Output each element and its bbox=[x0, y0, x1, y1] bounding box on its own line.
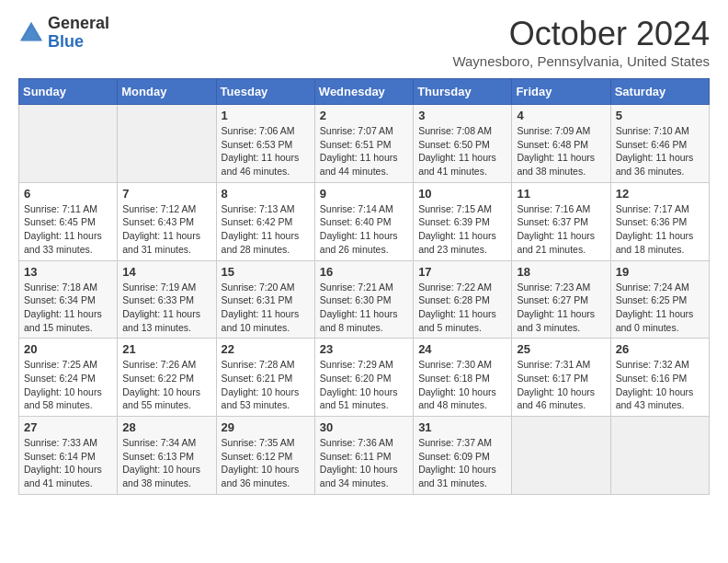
day-number: 25 bbox=[517, 342, 605, 356]
day-cell: 27Sunrise: 7:33 AM Sunset: 6:14 PM Dayli… bbox=[19, 417, 118, 495]
logo-blue: Blue bbox=[48, 33, 109, 52]
day-info: Sunrise: 7:21 AM Sunset: 6:30 PM Dayligh… bbox=[320, 281, 408, 335]
day-info: Sunrise: 7:34 AM Sunset: 6:13 PM Dayligh… bbox=[122, 436, 210, 490]
day-cell: 17Sunrise: 7:22 AM Sunset: 6:28 PM Dayli… bbox=[414, 260, 512, 339]
day-cell: 22Sunrise: 7:28 AM Sunset: 6:21 PM Dayli… bbox=[216, 339, 314, 417]
day-info: Sunrise: 7:08 AM Sunset: 6:50 PM Dayligh… bbox=[418, 124, 506, 178]
day-cell: 30Sunrise: 7:36 AM Sunset: 6:11 PM Dayli… bbox=[314, 417, 413, 495]
day-number: 26 bbox=[616, 342, 704, 356]
day-info: Sunrise: 7:14 AM Sunset: 6:40 PM Dayligh… bbox=[320, 202, 408, 257]
day-info: Sunrise: 7:20 AM Sunset: 6:31 PM Dayligh… bbox=[222, 281, 310, 335]
day-info: Sunrise: 7:29 AM Sunset: 6:20 PM Dayligh… bbox=[320, 358, 408, 412]
month-title: October 2024 bbox=[452, 15, 710, 53]
day-cell bbox=[610, 417, 709, 495]
day-number: 6 bbox=[24, 187, 112, 201]
day-number: 18 bbox=[517, 265, 605, 279]
day-info: Sunrise: 7:09 AM Sunset: 6:48 PM Dayligh… bbox=[517, 124, 605, 178]
logo-general: General bbox=[48, 15, 109, 33]
day-info: Sunrise: 7:25 AM Sunset: 6:24 PM Dayligh… bbox=[24, 358, 112, 412]
day-info: Sunrise: 7:31 AM Sunset: 6:17 PM Dayligh… bbox=[517, 358, 605, 412]
day-cell: 16Sunrise: 7:21 AM Sunset: 6:30 PM Dayli… bbox=[314, 260, 413, 339]
day-number: 3 bbox=[418, 109, 506, 122]
day-cell bbox=[118, 105, 216, 183]
day-info: Sunrise: 7:28 AM Sunset: 6:21 PM Dayligh… bbox=[222, 358, 310, 412]
day-cell: 13Sunrise: 7:18 AM Sunset: 6:34 PM Dayli… bbox=[19, 260, 118, 339]
day-number: 5 bbox=[616, 109, 704, 122]
title-block: October 2024 Waynesboro, Pennsylvania, U… bbox=[452, 15, 710, 69]
day-cell: 7Sunrise: 7:12 AM Sunset: 6:43 PM Daylig… bbox=[118, 182, 216, 260]
day-cell bbox=[512, 417, 610, 495]
day-cell: 31Sunrise: 7:37 AM Sunset: 6:09 PM Dayli… bbox=[414, 417, 512, 495]
day-cell: 29Sunrise: 7:35 AM Sunset: 6:12 PM Dayli… bbox=[216, 417, 314, 495]
header-row: SundayMondayTuesdayWednesdayThursdayFrid… bbox=[19, 79, 710, 105]
day-cell: 15Sunrise: 7:20 AM Sunset: 6:31 PM Dayli… bbox=[216, 260, 314, 339]
day-number: 28 bbox=[122, 420, 210, 434]
day-info: Sunrise: 7:35 AM Sunset: 6:12 PM Dayligh… bbox=[222, 436, 310, 490]
day-info: Sunrise: 7:11 AM Sunset: 6:45 PM Dayligh… bbox=[24, 202, 112, 257]
day-number: 13 bbox=[24, 265, 112, 279]
day-number: 12 bbox=[616, 187, 704, 201]
day-number: 15 bbox=[222, 265, 310, 279]
day-info: Sunrise: 7:22 AM Sunset: 6:28 PM Dayligh… bbox=[418, 281, 506, 335]
day-number: 21 bbox=[122, 342, 210, 356]
day-info: Sunrise: 7:33 AM Sunset: 6:14 PM Dayligh… bbox=[24, 436, 112, 490]
day-cell: 20Sunrise: 7:25 AM Sunset: 6:24 PM Dayli… bbox=[19, 339, 118, 417]
day-info: Sunrise: 7:23 AM Sunset: 6:27 PM Dayligh… bbox=[517, 281, 605, 335]
day-cell: 26Sunrise: 7:32 AM Sunset: 6:16 PM Dayli… bbox=[610, 339, 709, 417]
day-info: Sunrise: 7:24 AM Sunset: 6:25 PM Dayligh… bbox=[616, 281, 704, 335]
day-number: 16 bbox=[320, 265, 408, 279]
day-cell: 2Sunrise: 7:07 AM Sunset: 6:51 PM Daylig… bbox=[314, 105, 413, 183]
day-cell: 3Sunrise: 7:08 AM Sunset: 6:50 PM Daylig… bbox=[414, 105, 512, 183]
day-number: 11 bbox=[517, 187, 605, 201]
day-number: 14 bbox=[122, 265, 210, 279]
day-info: Sunrise: 7:36 AM Sunset: 6:11 PM Dayligh… bbox=[320, 436, 408, 490]
day-info: Sunrise: 7:32 AM Sunset: 6:16 PM Dayligh… bbox=[616, 358, 704, 412]
week-row-3: 20Sunrise: 7:25 AM Sunset: 6:24 PM Dayli… bbox=[19, 339, 710, 417]
day-number: 9 bbox=[320, 187, 408, 201]
logo-text: General Blue bbox=[48, 15, 109, 52]
day-cell: 4Sunrise: 7:09 AM Sunset: 6:48 PM Daylig… bbox=[512, 105, 610, 183]
day-number: 17 bbox=[418, 265, 506, 279]
col-header-tuesday: Tuesday bbox=[216, 79, 314, 105]
day-number: 22 bbox=[222, 342, 310, 356]
week-row-1: 6Sunrise: 7:11 AM Sunset: 6:45 PM Daylig… bbox=[19, 182, 710, 260]
day-cell: 19Sunrise: 7:24 AM Sunset: 6:25 PM Dayli… bbox=[610, 260, 709, 339]
col-header-sunday: Sunday bbox=[19, 79, 118, 105]
day-cell: 24Sunrise: 7:30 AM Sunset: 6:18 PM Dayli… bbox=[414, 339, 512, 417]
day-cell: 14Sunrise: 7:19 AM Sunset: 6:33 PM Dayli… bbox=[118, 260, 216, 339]
day-cell: 8Sunrise: 7:13 AM Sunset: 6:42 PM Daylig… bbox=[216, 182, 314, 260]
day-cell: 10Sunrise: 7:15 AM Sunset: 6:39 PM Dayli… bbox=[414, 182, 512, 260]
col-header-saturday: Saturday bbox=[610, 79, 709, 105]
day-number: 1 bbox=[222, 109, 310, 122]
day-info: Sunrise: 7:16 AM Sunset: 6:37 PM Dayligh… bbox=[517, 202, 605, 257]
week-row-2: 13Sunrise: 7:18 AM Sunset: 6:34 PM Dayli… bbox=[19, 260, 710, 339]
logo-icon bbox=[18, 20, 44, 46]
day-number: 7 bbox=[122, 187, 210, 201]
day-number: 29 bbox=[222, 420, 310, 434]
day-number: 30 bbox=[320, 420, 408, 434]
week-row-0: 1Sunrise: 7:06 AM Sunset: 6:53 PM Daylig… bbox=[19, 105, 710, 183]
col-header-friday: Friday bbox=[512, 79, 610, 105]
day-cell: 9Sunrise: 7:14 AM Sunset: 6:40 PM Daylig… bbox=[314, 182, 413, 260]
day-number: 10 bbox=[418, 187, 506, 201]
day-number: 2 bbox=[320, 109, 408, 122]
day-info: Sunrise: 7:12 AM Sunset: 6:43 PM Dayligh… bbox=[122, 202, 210, 257]
day-number: 27 bbox=[24, 420, 112, 434]
location: Waynesboro, Pennsylvania, United States bbox=[452, 53, 710, 69]
col-header-wednesday: Wednesday bbox=[314, 79, 413, 105]
day-cell: 1Sunrise: 7:06 AM Sunset: 6:53 PM Daylig… bbox=[216, 105, 314, 183]
day-cell: 21Sunrise: 7:26 AM Sunset: 6:22 PM Dayli… bbox=[118, 339, 216, 417]
logo: General Blue bbox=[18, 15, 109, 52]
day-cell bbox=[19, 105, 118, 183]
day-info: Sunrise: 7:30 AM Sunset: 6:18 PM Dayligh… bbox=[418, 358, 506, 412]
day-number: 19 bbox=[616, 265, 704, 279]
day-number: 4 bbox=[517, 109, 605, 122]
col-header-monday: Monday bbox=[118, 79, 216, 105]
day-cell: 18Sunrise: 7:23 AM Sunset: 6:27 PM Dayli… bbox=[512, 260, 610, 339]
day-number: 31 bbox=[418, 420, 506, 434]
day-info: Sunrise: 7:07 AM Sunset: 6:51 PM Dayligh… bbox=[320, 124, 408, 178]
week-row-4: 27Sunrise: 7:33 AM Sunset: 6:14 PM Dayli… bbox=[19, 417, 710, 495]
day-cell: 11Sunrise: 7:16 AM Sunset: 6:37 PM Dayli… bbox=[512, 182, 610, 260]
header: General Blue October 2024 Waynesboro, Pe… bbox=[18, 15, 710, 69]
day-info: Sunrise: 7:17 AM Sunset: 6:36 PM Dayligh… bbox=[616, 202, 704, 257]
